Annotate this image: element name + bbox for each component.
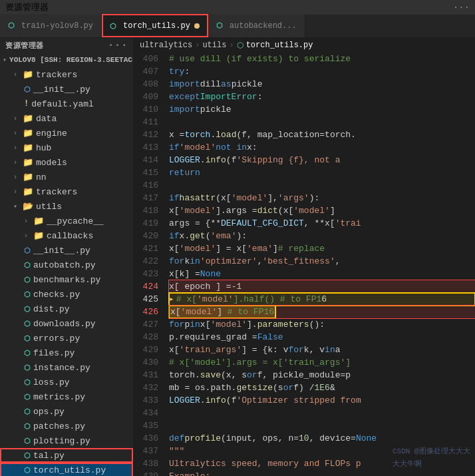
ln-433: 433 xyxy=(133,394,158,407)
tree-folder-nn[interactable]: 📁 nn xyxy=(0,170,133,184)
tree-file-tal[interactable]: ⬡ tal.py xyxy=(0,448,133,463)
tree-file-dist[interactable]: ⬡ dist.py xyxy=(0,302,133,316)
code-line-430: # x['model'].args = x['train_args'] xyxy=(169,356,475,369)
tree-file-loss[interactable]: ⬡ loss.py xyxy=(0,375,133,389)
code-line-434 xyxy=(169,407,475,419)
py-icon: ⬡ xyxy=(24,363,31,372)
breadcrumb-part3: torch_utils.py xyxy=(246,41,313,50)
tree-folder-trackers2[interactable]: 📁 trackers xyxy=(0,184,133,199)
tree-file-files[interactable]: ⬡ files.py xyxy=(0,346,133,360)
sidebar-menu-button[interactable]: ··· xyxy=(108,39,128,51)
code-line-416 xyxy=(169,179,475,192)
tree-item-label: ops.py xyxy=(33,407,65,417)
tree-file-downloads[interactable]: ⬡ downloads.py xyxy=(0,316,133,331)
code-line-419: args = {**DEFAULT_CFG_DICT, **x['trai xyxy=(169,217,475,230)
tree-file-init2[interactable]: ⬡ __init__.py xyxy=(0,243,133,258)
code-line-417: if hasattr(x['model'], 'args'): xyxy=(169,192,475,204)
tree-folder-data[interactable]: 📁 data xyxy=(0,111,133,126)
ln-424: 424 xyxy=(133,280,158,293)
code-line-426: x['model'] # to FP16 xyxy=(169,306,475,318)
tree-folder-callbacks[interactable]: 📁 callbacks xyxy=(0,228,133,243)
tree-file-metrics[interactable]: ⬡ metrics.py xyxy=(0,389,133,404)
py-icon: ⬡ xyxy=(24,451,31,460)
tree-file-patches[interactable]: ⬡ patches.py xyxy=(0,419,133,433)
tree-item-label: hub xyxy=(36,143,51,153)
code-line-428: p.requires_grad = False xyxy=(169,331,475,344)
folder-icon: 📁 xyxy=(23,157,33,168)
ln-438: 438 xyxy=(133,457,158,470)
tree-file-errors[interactable]: ⬡ errors.py xyxy=(0,331,133,346)
folder-icon: 📁 xyxy=(33,230,44,241)
tree-file-benchmarks[interactable]: ⬡ benchmarks.py xyxy=(0,272,133,287)
tree-item-label: plotting.py xyxy=(33,436,90,446)
tree-item-label: data xyxy=(36,114,57,124)
breadcrumb: ultralytics › utils › ⬡ torch_utils.py xyxy=(133,38,475,53)
tree-file-checks[interactable]: ⬡ checks.py xyxy=(0,287,133,302)
ln-407: 407 xyxy=(133,65,158,78)
tab-torch-utils[interactable]: ⬡ torch_utils.py xyxy=(102,14,208,37)
tree-folder-pycache[interactable]: 📁 __pycache__ xyxy=(0,214,133,228)
py-icon: ⬡ xyxy=(24,261,31,270)
ln-422: 422 xyxy=(133,255,158,268)
code-line-425: ▸ # x['model'].half() # to FP16 xyxy=(169,293,475,306)
tree-folder-engine[interactable]: 📁 engine xyxy=(0,126,133,140)
tree-folder-utils[interactable]: 📂 utils xyxy=(0,199,133,214)
ln-416: 416 xyxy=(133,179,158,192)
code-line-421: x['model'] = x['ema'] # replace xyxy=(169,242,475,255)
tree-item-label: files.py xyxy=(33,348,75,358)
code-line-435 xyxy=(169,419,475,432)
tree-file-plotting[interactable]: ⬡ plotting.py xyxy=(0,433,133,448)
folder-icon: 📁 xyxy=(23,128,33,138)
tree-file-instance[interactable]: ⬡ instance.py xyxy=(0,360,133,375)
py-icon: ⬡ xyxy=(24,422,31,431)
tree-item-label: dist.py xyxy=(33,304,70,314)
tree-file-ops[interactable]: ⬡ ops.py xyxy=(0,404,133,419)
sidebar: 资源管理器 ··· YOLOV8 [SSH: REGION-3.SEETACLO… xyxy=(0,38,133,476)
line-numbers: 406 407 408 409 410 411 412 413 414 415 … xyxy=(133,53,166,476)
tree-item-label: downloads.py xyxy=(33,319,96,329)
tab-autobackend[interactable]: ⬡ autobackend... xyxy=(208,14,305,37)
ln-414: 414 xyxy=(133,154,158,166)
code-content[interactable]: # use dill (if exists) to serialize try:… xyxy=(166,53,475,476)
title-bar-menu[interactable]: ··· xyxy=(453,2,470,13)
ln-406: 406 xyxy=(133,53,158,65)
code-line-411 xyxy=(169,116,475,128)
tree-item-label: engine xyxy=(36,128,67,138)
code-line-432: mb = os.path.getsize(s or f) / 1E6 & xyxy=(169,381,475,394)
ln-423: 423 xyxy=(133,268,158,280)
tree-file-default-yaml[interactable]: ! default.yaml xyxy=(0,97,133,111)
tree-item-label: patches.py xyxy=(33,421,85,431)
code-editor[interactable]: ultralytics › utils › ⬡ torch_utils.py 4… xyxy=(133,38,475,476)
ln-431: 431 xyxy=(133,369,158,381)
folder-arrow xyxy=(13,115,20,122)
tree-folder-hub[interactable]: 📁 hub xyxy=(0,140,133,155)
py-icon: ⬡ xyxy=(24,305,31,314)
code-line-438: Ultralytics speed, memory and FLOPs p xyxy=(169,457,475,470)
tab-label: torch_utils.py xyxy=(123,21,190,31)
ln-410: 410 xyxy=(133,103,158,116)
tree-root[interactable]: YOLOV8 [SSH: REGION-3.SEETACLOUD.COM] xyxy=(0,53,133,67)
folder-arrow xyxy=(13,144,20,152)
tab-icon-py: ⬡ xyxy=(110,22,116,31)
ln-415: 415 xyxy=(133,166,158,179)
tab-label: train-yolov8.py xyxy=(21,21,93,31)
tree-folder-trackers-top[interactable]: 📁 trackers xyxy=(0,67,133,82)
py-icon: ⬡ xyxy=(24,437,31,445)
code-line-407: try: xyxy=(169,65,475,78)
py-icon: ⬡ xyxy=(24,85,31,94)
code-area[interactable]: 406 407 408 409 410 411 412 413 414 415 … xyxy=(133,53,475,476)
tree-item-label: autobatch.py xyxy=(33,260,96,270)
ln-427: 427 xyxy=(133,318,158,331)
tree-folder-models[interactable]: 📁 models xyxy=(0,155,133,170)
code-line-437: """ xyxy=(169,445,475,457)
tree-file-torch-utils[interactable]: ⬡ torch_utils.py xyxy=(0,463,133,476)
tree-file-init[interactable]: ⬡ __init__.py xyxy=(0,82,133,97)
tab-train-yolov8[interactable]: ⬡ train-yolov8.py xyxy=(0,14,102,37)
tree-file-autobatch[interactable]: ⬡ autobatch.py xyxy=(0,258,133,272)
folder-icon: 📁 xyxy=(23,69,33,80)
tab-bar: ⬡ train-yolov8.py ⬡ torch_utils.py ⬡ aut… xyxy=(0,15,475,38)
tree-item-label: callbacks xyxy=(47,231,93,241)
folder-arrow xyxy=(13,202,20,210)
code-line-422: for k in 'optimizer', 'best_fitness', xyxy=(169,255,475,268)
code-line-414: LOGGER.info(f'Skipping {f}, not a xyxy=(169,154,475,166)
